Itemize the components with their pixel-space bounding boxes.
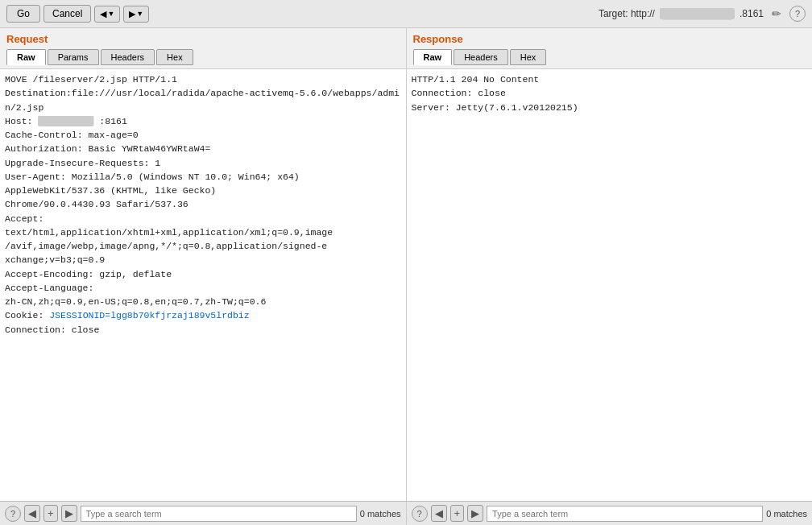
forward-arrow-icon: ▶ (129, 9, 135, 19)
response-lines: HTTP/1.1 204 No Content Connection: clos… (412, 74, 578, 113)
bottom-bar: ? ◀ + ▶ 0 matches ? ◀ + ▶ 0 matches (0, 501, 812, 525)
cancel-button[interactable]: Cancel (44, 5, 91, 23)
request-matches-label: 0 matches (360, 509, 401, 519)
tab-request-hex[interactable]: Hex (156, 49, 193, 65)
tab-response-headers[interactable]: Headers (454, 49, 508, 65)
request-search-input[interactable] (81, 506, 357, 522)
response-header: Response Raw Headers Hex (407, 28, 813, 69)
toolbar-left: Go Cancel ◀ ▼ ▶ ▼ (6, 5, 149, 23)
request-search-next[interactable]: ▶ (61, 505, 77, 522)
response-tabs: Raw Headers Hex (413, 49, 806, 65)
response-matches-label: 0 matches (766, 509, 807, 519)
request-title: Request (6, 33, 400, 45)
tab-response-raw[interactable]: Raw (413, 49, 453, 65)
request-help-icon[interactable]: ? (5, 506, 21, 522)
request-search-prev[interactable]: ◀ (24, 505, 40, 522)
target-port: .8161 (740, 8, 764, 19)
tab-request-headers[interactable]: Headers (101, 49, 155, 65)
toolbar-right: Target: http:// ██████████ .8161 ✏ ? (599, 6, 806, 22)
response-search-input[interactable] (487, 506, 763, 522)
response-title: Response (413, 33, 806, 45)
request-line-1: MOVE /fileserver/2.jsp HTTP/1.1 Destinat… (5, 74, 400, 335)
response-search-prev[interactable]: ◀ (431, 505, 447, 522)
response-content: HTTP/1.1 204 No Content Connection: clos… (407, 69, 813, 501)
target-label: Target: http:// (599, 8, 655, 19)
tab-request-params[interactable]: Params (48, 49, 99, 65)
cookie-value[interactable]: JSESSIONID=lgg8b70kfjrzaj189v5lrdbiz (49, 310, 249, 320)
back-dropdown-icon: ▼ (107, 10, 114, 18)
back-arrow-icon: ◀ (100, 9, 106, 19)
help-button[interactable]: ? (789, 6, 806, 22)
go-button[interactable]: Go (6, 5, 40, 23)
request-panel: Request Raw Params Headers Hex MOVE /fil… (0, 28, 407, 501)
tab-response-hex[interactable]: Hex (510, 49, 547, 65)
response-search-next[interactable]: ▶ (467, 505, 483, 522)
toolbar: Go Cancel ◀ ▼ ▶ ▼ Target: http:// ██████… (0, 0, 812, 28)
forward-dropdown-icon: ▼ (136, 10, 143, 18)
tab-request-raw[interactable]: Raw (6, 49, 46, 65)
response-search-panel: ? ◀ + ▶ 0 matches (407, 502, 813, 525)
request-tabs: Raw Params Headers Hex (6, 49, 400, 65)
request-search-add[interactable]: + (44, 505, 58, 522)
request-content: MOVE /fileserver/2.jsp HTTP/1.1 Destinat… (0, 69, 406, 501)
response-panel: Response Raw Headers Hex HTTP/1.1 204 No… (407, 28, 813, 501)
request-search-panel: ? ◀ + ▶ 0 matches (0, 502, 407, 525)
response-help-icon[interactable]: ? (412, 506, 428, 522)
target-host: ██████████ (660, 8, 735, 19)
request-header: Request Raw Params Headers Hex (0, 28, 406, 69)
main-content: Request Raw Params Headers Hex MOVE /fil… (0, 28, 812, 501)
edit-target-button[interactable]: ✏ (768, 6, 785, 22)
response-search-add[interactable]: + (450, 505, 465, 522)
back-button[interactable]: ◀ ▼ (94, 6, 120, 23)
forward-button[interactable]: ▶ ▼ (123, 6, 149, 23)
